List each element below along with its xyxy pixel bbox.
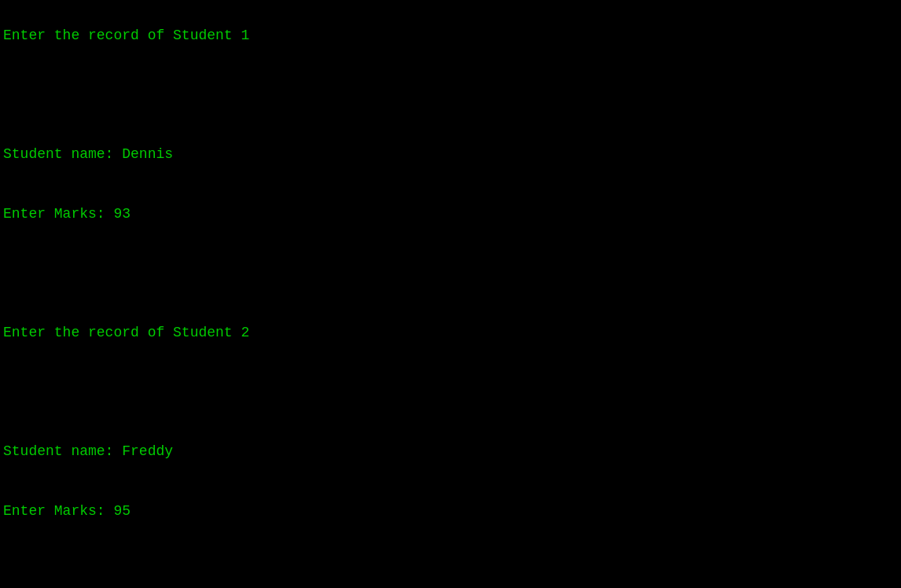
console-output: Enter the record of Student 1 Student na… bbox=[0, 0, 901, 588]
line-enter-student-2: Enter the record of Student 2 bbox=[3, 325, 249, 340]
line-student-name-freddy: Student name: Freddy bbox=[3, 443, 173, 459]
line-enter-marks-95: Enter Marks: 95 bbox=[3, 503, 131, 519]
line-enter-marks-93: Enter Marks: 93 bbox=[3, 206, 131, 222]
line-student-name-dennis: Student name: Dennis bbox=[3, 146, 173, 162]
line-enter-student-1: Enter the record of Student 1 bbox=[3, 28, 249, 43]
